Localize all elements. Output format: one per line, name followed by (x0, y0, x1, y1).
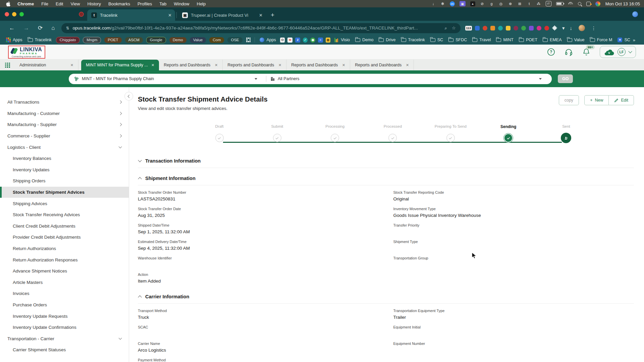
menu-edit[interactable]: Edit (52, 1, 67, 6)
tab-search-icon[interactable]: ▾ (562, 25, 565, 31)
tab-group-google[interactable]: Google (146, 37, 166, 43)
download-icon[interactable]: ↓ (431, 1, 436, 6)
section-transaction-information[interactable]: Transaction Information (138, 154, 634, 168)
profile-ring-icon[interactable] (595, 1, 600, 6)
sidebar-item-inventory-update-requests[interactable]: Inventory Update Requests (0, 310, 129, 322)
battery-icon[interactable] (556, 2, 564, 5)
sidebar-item-inventory-update-confirmations[interactable]: Inventory Update Confirmations (0, 322, 129, 333)
menu-profiles[interactable]: Profiles (134, 1, 156, 6)
folder-demo[interactable]: Demo (355, 38, 373, 42)
favicon-pin[interactable]: ◉ (310, 38, 315, 43)
app-tab-reports-4[interactable]: Reports and Dashboards✕ (350, 60, 414, 70)
sidebar-item-inventory-updates[interactable]: Inventory Updates (0, 164, 129, 176)
apple-icon[interactable] (6, 1, 10, 6)
browser-avatar[interactable] (579, 25, 585, 31)
extension-icon[interactable] (544, 26, 549, 31)
bookmark-sc[interactable]: ✕SC (618, 38, 630, 42)
bookmark-tracelink[interactable]: Tracelink (28, 38, 52, 42)
extension-icon[interactable] (514, 26, 518, 31)
textexpander-icon[interactable]: t (527, 1, 532, 6)
minimize-window-button[interactable] (12, 12, 16, 16)
support-headset-icon[interactable] (565, 48, 573, 56)
app-tab-reports-1[interactable]: Reports and Dashboards✕ (159, 60, 223, 70)
sidebar-item-return-authorizations[interactable]: Return Authorizations (0, 243, 129, 254)
url-text[interactable]: opus.tracelink.com/g2/val/79be0fbf-10f1-… (73, 25, 440, 31)
copy-button[interactable]: copy (559, 95, 579, 105)
new-tab-button[interactable]: + (271, 11, 274, 19)
app-tab-administration[interactable]: Administration✕ (15, 60, 78, 70)
tab-group-com[interactable]: Com (209, 37, 224, 43)
sidebar-item-logistics-client[interactable]: Logistics - Client (0, 141, 129, 153)
app-tab-reports-2[interactable]: Reports and Dashboards✕ (223, 60, 286, 70)
sidebar-item-stock-transfer-shipment-advices[interactable]: Stock Transfer Shipment Advices (0, 187, 129, 198)
sidebar-item-provider-credit-debit-adjustments[interactable]: Provider Credit Debit Adjustments (0, 232, 129, 243)
folder-travel[interactable]: Travel (472, 38, 491, 42)
sidebar-item-shipping-advices[interactable]: Shipping Advices (0, 198, 129, 209)
tab-group-chiggiato[interactable]: Chiggiato (56, 37, 80, 43)
tab-group-demo[interactable]: Demo (169, 37, 186, 43)
recording-indicator-icon[interactable] (79, 12, 84, 17)
wallet-icon[interactable]: ▲ (470, 1, 475, 6)
forward-icon[interactable]: → (23, 25, 29, 32)
extension-icon[interactable] (483, 26, 487, 31)
close-icon[interactable]: ✕ (215, 63, 218, 67)
keychain-icon[interactable]: ⊘ (480, 1, 485, 6)
chrome-profile-avatar[interactable] (632, 11, 638, 17)
extension-icon[interactable] (529, 26, 534, 31)
screen-share-icon[interactable]: ▣ (460, 1, 466, 6)
grid-icon[interactable] (246, 38, 251, 42)
partners-select[interactable]: All Partners (270, 76, 546, 81)
spotlight-icon[interactable] (578, 2, 581, 5)
menu-tab[interactable]: Tab (156, 1, 170, 6)
input-source-icon[interactable]: IT (546, 1, 551, 6)
downloads-icon[interactable]: ↓ (570, 25, 573, 31)
reload-icon[interactable]: ⟳ (38, 24, 43, 32)
copy-icon[interactable]: ⊞ (518, 1, 522, 6)
extension-icon[interactable] (506, 26, 511, 31)
chrome-menu-icon[interactable]: ⋮ (591, 25, 596, 31)
close-icon[interactable]: ✕ (406, 63, 409, 67)
folder-emea[interactable]: EMEA (543, 38, 561, 42)
favicon-docs[interactable]: ≡ (318, 38, 323, 43)
sidebar-item-return-authorization-responses[interactable]: Return Authorization Responses (0, 254, 129, 265)
sidebar-item-client-credit-debit-adjustments[interactable]: Client Credit Debit Adjustments (0, 221, 129, 232)
sidebar-item-purchase-orders[interactable]: Purchase Orders (0, 299, 129, 311)
bookmark-visio[interactable]: Visio (334, 38, 350, 42)
menu-view[interactable]: View (67, 1, 84, 6)
bookmarks-overflow-icon[interactable]: » (633, 38, 635, 43)
bookmark-apps-2[interactable]: Apps (260, 38, 276, 42)
menu-window[interactable]: Window (170, 1, 193, 6)
account-menu[interactable]: V LF (600, 46, 636, 58)
extension-icon[interactable] (521, 26, 526, 31)
user-switcher-icon[interactable] (586, 2, 591, 6)
tab-group-ose[interactable]: OSE (227, 37, 242, 43)
sidebar-item-stock-transfer-receiving-advices[interactable]: Stock Transfer Receiving Advices (0, 209, 129, 221)
menu-bookmarks[interactable]: Bookmarks (105, 1, 134, 6)
go-button[interactable]: GO (558, 74, 573, 83)
zoom-window-button[interactable] (19, 12, 24, 16)
shortcuts-icon[interactable]: ⁂ (536, 1, 541, 6)
favicon-gmail[interactable]: M (287, 38, 292, 43)
extension-icon[interactable] (490, 26, 495, 31)
sidebar-item-transportation-carrier[interactable]: Transportation - Carrier (0, 333, 129, 344)
extension-icon[interactable] (498, 26, 503, 31)
back-icon[interactable]: ← (9, 25, 15, 32)
location-icon[interactable]: ◎ (499, 1, 503, 6)
sidebar-item-carrier-shipment-statuses[interactable]: Carrier Shipment Statuses (0, 344, 129, 356)
close-tab-icon[interactable]: ✕ (259, 13, 263, 18)
menu-file[interactable]: File (38, 1, 52, 6)
close-icon[interactable]: ✕ (278, 63, 281, 67)
sidebar-collapse-button[interactable] (124, 92, 133, 101)
address-bar[interactable]: ⇅ opus.tracelink.com/g2/val/79be0fbf-10f… (61, 23, 461, 33)
sidebar-item-article-masters[interactable]: Article Masters (0, 277, 129, 288)
close-icon[interactable]: ✕ (151, 63, 154, 67)
tab-group-mngm[interactable]: Mngm (83, 37, 101, 43)
browser-tab-tracelink[interactable]: t Tracelink ✕ (87, 9, 175, 21)
folder-value[interactable]: Value (567, 38, 585, 42)
sidebar-item-manufacturing-customer[interactable]: Manufacturing - Customer (0, 108, 129, 119)
chatgpt-icon[interactable]: ✻ (440, 1, 445, 6)
search-icon[interactable]: ⌕ (445, 25, 447, 31)
sidebar-item-manufacturing-supplier[interactable]: Manufacturing - Supplier (0, 119, 129, 130)
folder-sc[interactable]: SC (430, 38, 443, 42)
tab-group-value[interactable]: Value (190, 37, 206, 43)
